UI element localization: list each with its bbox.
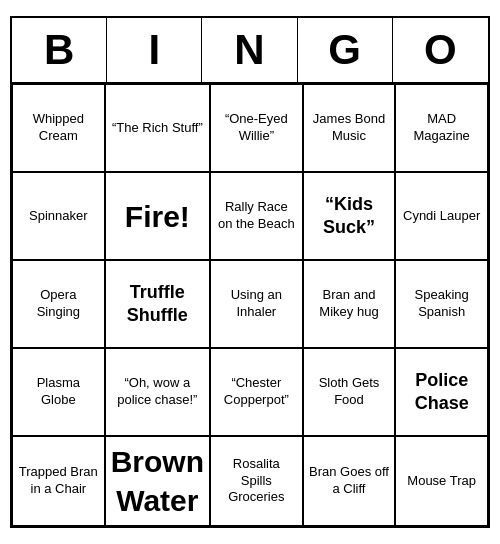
bingo-cell-1[interactable]: “The Rich Stuff” xyxy=(105,84,210,172)
bingo-cell-12[interactable]: Using an Inhaler xyxy=(210,260,303,348)
bingo-letter-g: G xyxy=(298,18,393,82)
bingo-letter-n: N xyxy=(202,18,297,82)
bingo-cell-0[interactable]: Whipped Cream xyxy=(12,84,105,172)
bingo-cell-13[interactable]: Bran and Mikey hug xyxy=(303,260,396,348)
bingo-cell-16[interactable]: “Oh, wow a police chase!” xyxy=(105,348,210,436)
bingo-cell-22[interactable]: Rosalita Spills Groceries xyxy=(210,436,303,526)
bingo-cell-20[interactable]: Trapped Bran in a Chair xyxy=(12,436,105,526)
bingo-cell-15[interactable]: Plasma Globe xyxy=(12,348,105,436)
bingo-cell-7[interactable]: Rally Race on the Beach xyxy=(210,172,303,260)
bingo-letter-o: O xyxy=(393,18,488,82)
bingo-cell-18[interactable]: Sloth Gets Food xyxy=(303,348,396,436)
bingo-cell-2[interactable]: “One-Eyed Willie” xyxy=(210,84,303,172)
bingo-cell-11[interactable]: Truffle Shuffle xyxy=(105,260,210,348)
bingo-cell-6[interactable]: Fire! xyxy=(105,172,210,260)
bingo-grid: Whipped Cream“The Rich Stuff”“One-Eyed W… xyxy=(12,84,488,526)
bingo-cell-5[interactable]: Spinnaker xyxy=(12,172,105,260)
bingo-cell-9[interactable]: Cyndi Lauper xyxy=(395,172,488,260)
bingo-header: BINGO xyxy=(12,18,488,84)
bingo-cell-19[interactable]: Police Chase xyxy=(395,348,488,436)
bingo-cell-10[interactable]: Opera Singing xyxy=(12,260,105,348)
bingo-cell-14[interactable]: Speaking Spanish xyxy=(395,260,488,348)
bingo-letter-i: I xyxy=(107,18,202,82)
bingo-cell-23[interactable]: Bran Goes off a Cliff xyxy=(303,436,396,526)
bingo-cell-3[interactable]: James Bond Music xyxy=(303,84,396,172)
bingo-cell-21[interactable]: Brown Water xyxy=(105,436,210,526)
bingo-cell-17[interactable]: “Chester Copperpot” xyxy=(210,348,303,436)
bingo-card: BINGO Whipped Cream“The Rich Stuff”“One-… xyxy=(10,16,490,528)
bingo-letter-b: B xyxy=(12,18,107,82)
bingo-cell-8[interactable]: “Kids Suck” xyxy=(303,172,396,260)
bingo-cell-24[interactable]: Mouse Trap xyxy=(395,436,488,526)
bingo-cell-4[interactable]: MAD Magazine xyxy=(395,84,488,172)
